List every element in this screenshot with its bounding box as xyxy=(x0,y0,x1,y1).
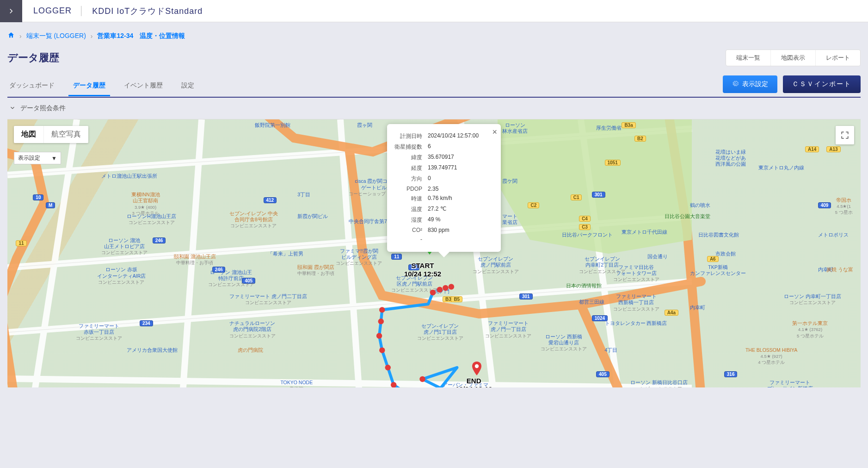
tab-event-history[interactable]: イベント履歴 xyxy=(122,77,165,95)
brand-product: KDDI IoTクラウドStandard xyxy=(92,6,203,17)
menu-toggle-button[interactable] xyxy=(0,0,22,22)
home-icon[interactable] xyxy=(7,31,15,40)
tab-dashboard[interactable]: ダッシュボード xyxy=(7,77,56,95)
query-conditions-toggle[interactable]: データ照会条件 xyxy=(7,98,861,119)
info-label: 方向 xyxy=(394,174,427,184)
info-row: 衛星捕捉数6 xyxy=(394,142,493,152)
info-value: 27.2 ℃ xyxy=(428,205,493,214)
info-row: 緯度35.670917 xyxy=(394,153,493,162)
info-label: 衛星捕捉数 xyxy=(394,142,427,152)
seg-device-list[interactable]: 端末一覧 xyxy=(726,50,771,66)
breadcrumb-sep: › xyxy=(91,32,93,40)
seg-map-view[interactable]: 地図表示 xyxy=(771,50,816,66)
csv-import-label: ＣＳＶインポート xyxy=(792,80,851,87)
info-label: - xyxy=(394,235,427,243)
map-display-select[interactable]: 表示設定 ▼ xyxy=(14,152,61,164)
brand: LOGGER │ KDDI IoTクラウドStandard xyxy=(22,6,203,17)
info-label: 緯度 xyxy=(394,153,427,162)
info-row: 計測日時2024/10/24 12:57:00 xyxy=(394,131,493,141)
caret-down-icon: ▼ xyxy=(51,155,57,162)
tab-data-history[interactable]: データ履歴 xyxy=(71,77,107,95)
display-settings-button[interactable]: 表示設定 xyxy=(723,75,777,93)
brand-divider: │ xyxy=(79,6,85,16)
fullscreen-button[interactable] xyxy=(836,126,854,144)
info-row: 方向0 xyxy=(394,174,493,184)
map-container[interactable]: B3a B2 C1 C4 C3 C2 1051 10 M 11 234 412 … xyxy=(7,119,861,387)
info-value: 830 ppm xyxy=(428,226,493,234)
info-row: 温度27.2 ℃ xyxy=(394,205,493,214)
info-value: 6 xyxy=(428,142,493,152)
csv-import-button[interactable]: ＣＳＶインポート xyxy=(783,75,861,93)
breadcrumb-link-devices[interactable]: 端末一覧 (LOGGER) xyxy=(26,32,86,40)
info-label: 温度 xyxy=(394,205,427,214)
breadcrationb-current: 営業車12-34 温度・位置情報 xyxy=(97,32,185,40)
info-row: PDOP2.35 xyxy=(394,185,493,193)
info-row: 湿度49 % xyxy=(394,215,493,225)
tabs: ダッシュボード データ履歴 イベント履歴 設定 xyxy=(7,77,196,95)
info-row: - xyxy=(394,235,493,243)
page-title: データ履歴 xyxy=(7,51,59,65)
chevron-down-icon xyxy=(9,105,16,112)
breadcrumb: › 端末一覧 (LOGGER) › 営業車12-34 温度・位置情報 xyxy=(7,31,861,40)
info-label: CO² xyxy=(394,226,427,234)
seg-report[interactable]: レポート xyxy=(816,50,860,66)
tab-settings[interactable]: 設定 xyxy=(179,77,196,95)
info-label: 時速 xyxy=(394,194,427,204)
query-conditions-label: データ照会条件 xyxy=(20,104,66,112)
info-label: 経度 xyxy=(394,163,427,173)
info-value xyxy=(428,235,493,243)
info-value: 49 % xyxy=(428,215,493,225)
view-switcher: 端末一覧 地図表示 レポート xyxy=(726,50,861,66)
info-row: CO²830 ppm xyxy=(394,226,493,234)
info-value: 0 xyxy=(428,174,493,184)
breadcrumb-sep: › xyxy=(19,32,22,40)
info-label: PDOP xyxy=(394,185,427,193)
info-value: 2.35 xyxy=(428,185,493,193)
svg-point-16 xyxy=(475,364,479,368)
gear-icon xyxy=(732,81,739,88)
brand-logger: LOGGER xyxy=(33,6,72,16)
info-label: 計測日時 xyxy=(394,131,427,141)
route-start-label: START 10/24 12:52 xyxy=(404,262,441,278)
route-end-pin[interactable] xyxy=(472,362,482,377)
map-type-switcher: 地図 航空写真 xyxy=(14,126,88,143)
map-info-window: × 計測日時2024/10/24 12:57:00衛星捕捉数6緯度35.6709… xyxy=(387,124,501,252)
map-type-satellite[interactable]: 航空写真 xyxy=(43,126,88,143)
info-label: 湿度 xyxy=(394,215,427,225)
route-end-label: END 10/24 13:10 xyxy=(456,377,492,387)
map-display-select-label: 表示設定 xyxy=(18,154,40,162)
map-type-map[interactable]: 地図 xyxy=(14,126,43,143)
display-settings-label: 表示設定 xyxy=(742,80,768,88)
info-value: 139.749771 xyxy=(428,163,493,173)
info-value: 2024/10/24 12:57:00 xyxy=(428,131,493,141)
info-value: 0.76 km/h xyxy=(428,194,493,204)
info-table: 計測日時2024/10/24 12:57:00衛星捕捉数6緯度35.670917… xyxy=(394,131,494,244)
info-value: 35.670917 xyxy=(428,153,493,162)
close-icon[interactable]: × xyxy=(492,128,498,136)
info-row: 時速0.76 km/h xyxy=(394,194,493,204)
info-row: 経度139.749771 xyxy=(394,163,493,173)
